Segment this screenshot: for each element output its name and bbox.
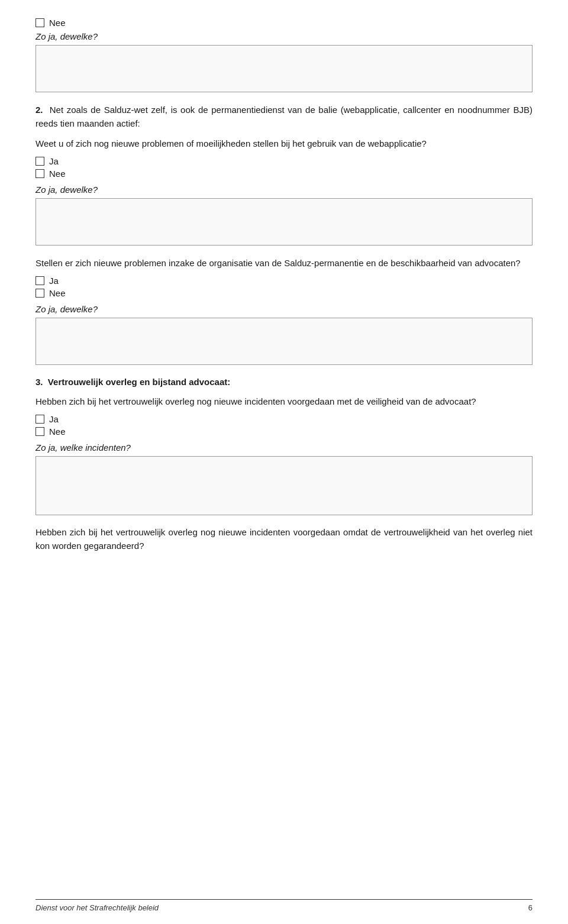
q2-nee2-checkbox[interactable] (36, 289, 44, 298)
q3-ja-row: Ja (36, 414, 532, 424)
top-nee-label: Nee (49, 18, 66, 28)
footer-left-text: Dienst voor het Strafrechtelijk beleid (36, 903, 159, 912)
q3-zo-ja-label: Zo ja, welke incidenten? (36, 442, 131, 453)
q3-ja-label: Ja (49, 414, 59, 424)
q2-ja2-row: Ja (36, 276, 532, 286)
q2-ja-row: Ja (36, 156, 532, 166)
q3-nee-checkbox[interactable] (36, 427, 44, 436)
q2-ja2-label: Ja (49, 276, 59, 286)
footer-page-number: 6 (528, 903, 532, 912)
question3-bottom-text: Hebben zich bij het vertrouwelijk overle… (36, 526, 532, 553)
top-textbox[interactable] (36, 45, 532, 92)
q2-nee2-label: Nee (49, 288, 66, 298)
question2-text: 2. Net zoals de Salduz-wet zelf, is ook … (36, 103, 532, 131)
q3-textbox[interactable] (36, 456, 532, 515)
question3-checkboxes: Ja Nee (36, 414, 532, 438)
q3-ja-checkbox[interactable] (36, 415, 44, 424)
question2-subtext: Weet u of zich nog nieuwe problemen of m… (36, 137, 532, 150)
q2-nee-row: Nee (36, 169, 532, 179)
top-nee-checkbox[interactable] (36, 18, 44, 27)
question2-number: 2. (36, 105, 43, 115)
question2-checkboxes2: Ja Nee (36, 276, 532, 299)
q2-textbox2[interactable] (36, 318, 532, 365)
stellen-text: Stellen er zich nieuwe problemen inzake … (36, 256, 532, 270)
q2-ja2-checkbox[interactable] (36, 276, 44, 285)
question2-checkboxes: Ja Nee (36, 156, 532, 180)
page-footer: Dienst voor het Strafrechtelijk beleid 6 (36, 899, 532, 912)
q2-nee2-row: Nee (36, 288, 532, 298)
question3-title: Vertrouwelijk overleg en bijstand advoca… (48, 377, 230, 387)
question2-main-text: Net zoals de Salduz-wet zelf, is ook de … (36, 105, 532, 128)
q2-zo-ja-label2: Zo ja, dewelke? (36, 304, 98, 314)
q2-ja-checkbox[interactable] (36, 157, 44, 166)
question3-header: 3. Vertrouwelijk overleg en bijstand adv… (36, 376, 532, 389)
q2-nee-checkbox[interactable] (36, 169, 44, 178)
top-zo-ja-label: Zo ja, dewelke? (36, 31, 98, 41)
q2-zo-ja-label: Zo ja, dewelke? (36, 185, 98, 195)
q2-textbox1[interactable] (36, 198, 532, 245)
q3-nee-row: Nee (36, 427, 532, 437)
question3-number: 3. (36, 377, 43, 387)
question3-text: Hebben zich bij het vertrouwelijk overle… (36, 395, 532, 409)
q2-nee-label: Nee (49, 169, 66, 179)
q2-ja-label: Ja (49, 156, 59, 166)
q3-nee-label: Nee (49, 427, 66, 437)
